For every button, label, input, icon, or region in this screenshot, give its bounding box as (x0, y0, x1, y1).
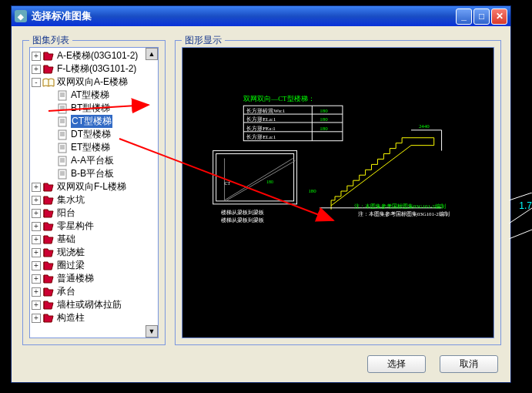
tree-node-label[interactable]: 双网双向F-L楼梯 (57, 180, 126, 193)
tree-node[interactable]: +构造柱 (30, 311, 158, 324)
svg-rect-13 (59, 130, 66, 139)
tree-node[interactable]: DT型楼梯 (30, 128, 158, 141)
expand-icon[interactable]: + (32, 52, 41, 61)
svg-text:长方形ELa:1: 长方形ELa:1 (246, 116, 276, 123)
titlebar[interactable]: ◆ 选择标准图集 _ □ ✕ (12, 6, 510, 26)
preview-legend: 图形显示 (182, 34, 225, 47)
svg-rect-9 (59, 117, 66, 126)
svg-text:注：本图集参考国标图集03G101-2编制: 注：本图集参考国标图集03G101-2编制 (354, 203, 446, 210)
expand-icon[interactable]: + (32, 274, 41, 284)
book-red-icon (42, 182, 55, 193)
spacer-icon (45, 117, 55, 126)
tree-node-label[interactable]: 墙柱或砌体拉筋 (57, 298, 122, 311)
book-red-icon (42, 300, 55, 311)
page-icon (56, 103, 69, 114)
tree-node-selected[interactable]: CT型楼梯 (30, 115, 158, 128)
tree-node[interactable]: ET型楼梯 (30, 141, 158, 154)
svg-rect-1 (59, 91, 66, 100)
tree-node[interactable]: BT型楼梯 (30, 102, 158, 115)
tree-node[interactable]: +零星构件 (30, 220, 158, 233)
tree-node[interactable]: +现浇桩 (30, 246, 158, 259)
expand-icon[interactable]: + (32, 222, 41, 231)
tree-node-label[interactable]: 基础 (57, 233, 75, 246)
tree-node[interactable]: A-A平台板 (30, 154, 158, 167)
expand-icon[interactable]: + (32, 287, 41, 297)
book-red-icon (42, 195, 55, 206)
tree-node[interactable]: +阳台 (30, 207, 158, 220)
spacer-icon (45, 156, 55, 166)
scroll-down-button[interactable]: ▼ (146, 325, 158, 338)
svg-text:180: 180 (320, 108, 328, 113)
svg-rect-25 (59, 170, 66, 179)
expand-icon[interactable]: + (32, 183, 41, 192)
tree-node-label[interactable]: AT型楼梯 (71, 89, 109, 102)
svg-text:2440: 2440 (419, 123, 430, 129)
tree-legend: 图集列表 (29, 34, 72, 47)
svg-rect-41 (213, 151, 297, 204)
tree-node-label[interactable]: DT型楼梯 (71, 128, 111, 141)
tree-node-label[interactable]: F-L楼梯(03G101-2) (57, 62, 136, 76)
svg-text:长方形ELa:1: 长方形ELa:1 (246, 134, 276, 140)
bg-dim-text: 1.7 (519, 200, 532, 211)
select-button[interactable]: 选择 (367, 355, 426, 373)
tree-node[interactable]: +F-L楼梯(03G101-2) (30, 62, 158, 76)
tree-node[interactable]: -双网双向A-E楼梯 (30, 76, 158, 89)
maximize-button[interactable]: □ (473, 8, 490, 25)
book-open-icon (42, 77, 55, 88)
tree-node-label[interactable]: 阳台 (57, 207, 75, 220)
tree-node-label[interactable]: 集水坑 (57, 193, 85, 207)
svg-text:180: 180 (308, 188, 316, 193)
preview-section (213, 151, 297, 204)
preview-stair (331, 138, 434, 210)
minimize-button[interactable]: _ (456, 8, 472, 25)
svg-line-65 (509, 230, 532, 239)
app-icon: ◆ (15, 10, 27, 22)
expand-icon[interactable]: + (32, 196, 41, 205)
collapse-icon[interactable]: - (32, 78, 41, 87)
book-red-icon (42, 51, 55, 62)
page-icon (56, 90, 69, 101)
expand-icon[interactable]: + (32, 209, 41, 218)
tree-node-label[interactable]: 承台 (57, 285, 75, 298)
svg-line-44 (227, 160, 296, 200)
tree-node[interactable]: +双网双向F-L楼梯 (30, 180, 158, 193)
svg-text:180: 180 (320, 126, 328, 131)
tree-node-label[interactable]: ET型楼梯 (71, 141, 110, 154)
tree-node[interactable]: B-B平台板 (30, 167, 158, 180)
expand-icon[interactable]: + (32, 235, 41, 244)
page-icon (56, 143, 69, 153)
tree-view[interactable]: ▲ +A-E楼梯(03G101-2)+F-L楼梯(03G101-2)-双网双向A… (29, 47, 159, 338)
tree-node[interactable]: AT型楼梯 (30, 89, 158, 102)
close-button[interactable]: ✕ (491, 8, 507, 25)
tree-node[interactable]: +圈过梁 (30, 259, 158, 272)
spacer-icon (45, 170, 55, 179)
tree-node-label[interactable]: CT型楼梯 (71, 115, 112, 128)
tree-node-label[interactable]: 普通楼梯 (57, 272, 94, 285)
expand-icon[interactable]: + (32, 65, 41, 74)
book-red-icon (42, 208, 55, 219)
tree-node[interactable]: +基础 (30, 233, 158, 246)
tree-node-label[interactable]: 零星构件 (57, 220, 94, 233)
expand-icon[interactable]: + (32, 301, 41, 310)
page-icon (56, 129, 69, 140)
tree-node-label[interactable]: 圈过梁 (57, 259, 85, 272)
book-red-icon (42, 234, 55, 245)
tree-node-label[interactable]: BT型楼梯 (71, 102, 110, 115)
expand-icon[interactable]: + (32, 248, 41, 257)
cancel-button[interactable]: 取消 (440, 355, 498, 373)
tree-node[interactable]: +集水坑 (30, 193, 158, 207)
tree-node[interactable]: +A-E楼梯(03G101-2) (30, 49, 158, 62)
tree-node[interactable]: +普通楼梯 (30, 272, 158, 285)
expand-icon[interactable]: + (32, 314, 41, 323)
tree-node-label[interactable]: B-B平台板 (71, 167, 114, 180)
tree-node-label[interactable]: 构造柱 (57, 311, 85, 324)
scroll-up-button[interactable]: ▲ (146, 48, 158, 60)
expand-icon[interactable]: + (32, 261, 41, 270)
tree-node[interactable]: +承台 (30, 285, 158, 298)
tree-node-label[interactable]: 现浇桩 (57, 246, 85, 259)
svg-rect-17 (59, 143, 66, 153)
tree-node[interactable]: +墙柱或砌体拉筋 (30, 298, 158, 311)
tree-node-label[interactable]: A-A平台板 (71, 154, 114, 167)
tree-node-label[interactable]: A-E楼梯(03G101-2) (57, 49, 138, 62)
tree-node-label[interactable]: 双网双向A-E楼梯 (57, 76, 128, 89)
